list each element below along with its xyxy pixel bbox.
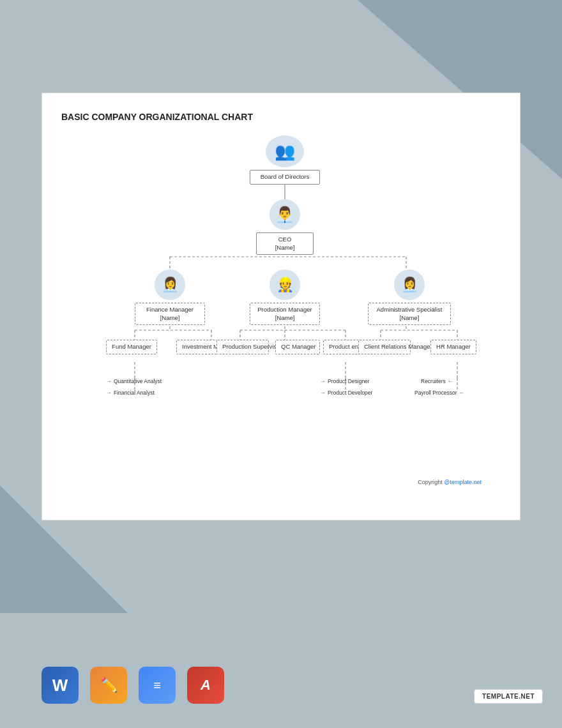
arrow-icon: ← [448,378,453,384]
hr-box: HR Manager [430,340,476,354]
ceo-avatar: 👨‍💼 [270,199,300,230]
finance-avatar: 👩‍💼 [155,269,185,300]
arrow-icon: → [106,378,112,384]
quantitative-analyst-item: → Quantitative Analyst [106,378,162,384]
arrow-icon: → [106,390,112,396]
admin-specialist-node: 👩‍💼 Administrative Specialist [Name] [368,269,451,325]
prod-supervisor-node: Production Supervisor [216,340,269,354]
qc-manager-node: QC Manager [275,340,320,354]
prod-supervisor-box: Production Supervisor [216,340,269,354]
board-box: Board of Directors [250,170,320,184]
arrow-icon: ← [459,390,465,396]
pages-icon[interactable]: ✏️ [90,667,127,704]
client-relations-box: Client Relations Manager [358,340,411,354]
hr-manager-node: HR Manager [430,340,476,354]
arrow-icon: → [320,378,326,384]
acrobat-icon[interactable]: A [187,667,224,704]
ceo-box: CEO [Name] [256,232,314,255]
financial-analyst-item: → Financial Analyst [106,390,155,396]
chart-title: Basic Company Organizational Chart [61,111,501,123]
production-manager-node: 👷 Production Manager [Name] [250,269,320,325]
client-relations-node: Client Relations Manager [358,340,411,354]
fund-manager-node: Fund Manager [106,340,157,354]
org-chart: 👥 Board of Directors 👨‍💼 CEO [Name] 👩‍💼 … [61,129,501,499]
product-developer-item: → Product Developer [320,390,372,396]
copyright: Copyright @template.net [418,479,482,485]
board-avatar: 👥 [266,135,304,167]
org-chart-card: Basic Company Organizational Chart [42,93,520,520]
recruiters-item: Recruiters ← [421,378,453,384]
payroll-processor-item: Payroll Processor ← [414,390,465,396]
docs-icon[interactable]: ≡ [139,667,176,704]
word-icon[interactable]: W [42,667,79,704]
ceo-label: CEO [262,236,308,243]
qc-box: QC Manager [275,340,320,354]
arrow-icon: → [320,390,326,396]
product-designer-item: → Product Designer [320,378,370,384]
ceo-sublabel: [Name] [262,244,308,252]
finance-box: Finance Manager [Name] [135,303,205,325]
fund-box: Fund Manager [106,340,157,354]
admin-box: Administrative Specialist [Name] [368,303,451,325]
bottom-icons: W ✏️ ≡ A [42,667,224,704]
admin-avatar: 👩‍💼 [394,269,425,300]
board-node: 👥 Board of Directors [250,135,320,184]
template-badge: TEMPLATE.NET [474,689,543,704]
finance-manager-node: 👩‍💼 Finance Manager [Name] [135,269,205,325]
production-avatar: 👷 [270,269,300,300]
production-box: Production Manager [Name] [250,303,320,325]
ceo-node: 👨‍💼 CEO [Name] [256,199,314,255]
